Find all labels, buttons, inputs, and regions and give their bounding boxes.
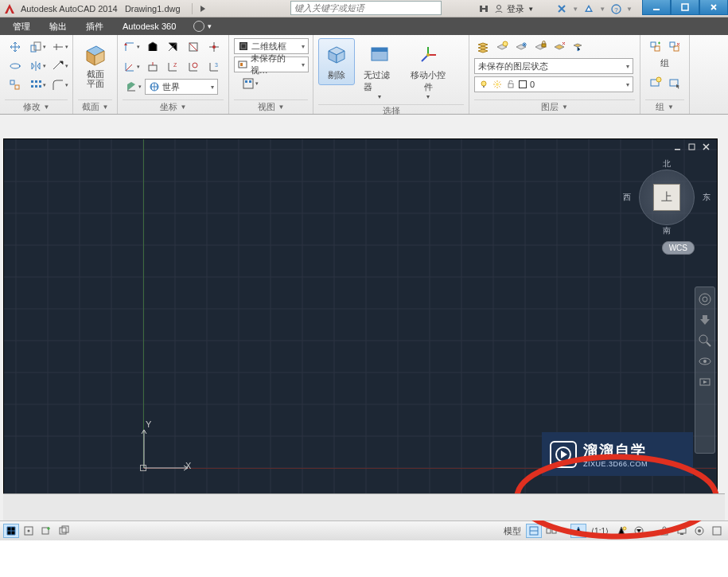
ucs-icon-10[interactable]: 3 — [204, 58, 224, 76]
binoculars-icon[interactable] — [478, 3, 489, 14]
tab-expand-icon[interactable]: ▾ — [208, 22, 212, 30]
layer-lock-icon[interactable] — [531, 38, 549, 56]
layer-state-combo[interactable]: 未保存的图层状态▾ — [474, 58, 633, 74]
viewport-window-controls — [672, 142, 712, 152]
align-3d-icon[interactable] — [5, 76, 25, 94]
svg-rect-38 — [508, 84, 513, 88]
minimize-button[interactable] — [642, 0, 671, 15]
ucs-icon-7[interactable] — [143, 58, 162, 76]
scale-3d-icon[interactable]: ▾ — [27, 38, 48, 56]
ribbon-tabs: 管理 输出 插件 Autodesk 360 ▾ — [0, 18, 728, 35]
viewport-maximize-icon[interactable] — [687, 142, 698, 152]
status-isolate-icon[interactable] — [691, 524, 707, 538]
ucs-icon-2[interactable] — [143, 38, 162, 56]
ucs-icon-9[interactable] — [184, 58, 203, 76]
viewport-close-icon[interactable] — [701, 142, 712, 152]
drawing-canvas[interactable]: Y X 上 北 南 东 西 WCS — [3, 138, 718, 501]
group-ungroup-icon[interactable] — [666, 38, 683, 56]
watermark: 溜溜自学 ZIXUE.3D66.COM — [542, 432, 693, 476]
ucs-icon-8[interactable]: Z — [164, 58, 183, 76]
status-ws-icon[interactable] — [631, 524, 647, 538]
nav-wheel-icon[interactable] — [698, 292, 712, 306]
model-tab[interactable]: 模型 — [500, 525, 524, 537]
login-button[interactable]: 登录 ▼ — [494, 3, 534, 15]
move-3d-icon[interactable] — [5, 38, 25, 56]
ucs-icon-3[interactable] — [164, 38, 183, 56]
status-annoscale-icon[interactable] — [570, 524, 586, 538]
tab-manage[interactable]: 管理 — [5, 18, 38, 35]
fillet-icon[interactable]: ▾ — [49, 76, 70, 94]
tab-plugin[interactable]: 插件 — [78, 18, 111, 35]
svg-point-20 — [193, 63, 197, 68]
ucs-icon-6[interactable]: ▾ — [123, 58, 142, 76]
svg-point-88 — [703, 297, 707, 302]
extend-icon[interactable]: ▾ — [49, 57, 70, 75]
status-clean-icon[interactable] — [709, 524, 725, 538]
status-scale-label[interactable]: ⟨1:1⟩ — [588, 527, 612, 536]
layer-off-icon[interactable] — [493, 38, 511, 56]
status-hardware-icon[interactable] — [674, 524, 690, 538]
group-create-icon[interactable] — [647, 38, 664, 56]
panel-modify: ▾ ▾ ▾ ▾ ▾ ▾ 修改▼ — [0, 35, 73, 114]
viewport-minimize-icon[interactable] — [672, 142, 683, 152]
view-manager-icon[interactable]: ▾ — [234, 75, 266, 92]
nofilter-button[interactable]: 无过滤器 ▾ — [361, 38, 398, 104]
mirror-3d-icon[interactable]: ▾ — [27, 57, 48, 75]
layer-props-icon[interactable] — [474, 38, 492, 56]
viewcube-north-label: 北 — [663, 158, 671, 170]
orbit-icon[interactable] — [698, 354, 712, 368]
title-bar: Autodesk AutoCAD 2014 Drawing1.dwg 登录 ▼ … — [0, 0, 728, 18]
rotate-3d-icon[interactable] — [5, 57, 25, 75]
zoom-icon[interactable] — [698, 333, 712, 348]
showmotion-icon[interactable] — [698, 375, 712, 389]
group-select-icon[interactable] — [666, 74, 683, 92]
view-cube[interactable]: 上 北 南 东 西 — [631, 162, 703, 233]
layer-iso-icon[interactable] — [551, 38, 568, 56]
culling-icon — [324, 42, 349, 68]
layer-match-icon[interactable] — [570, 38, 587, 56]
ucs-world-icon[interactable]: ▾ — [123, 78, 143, 96]
search-input[interactable] — [291, 2, 441, 14]
culling-button[interactable]: 剔除 — [318, 38, 355, 85]
array-3d-icon[interactable]: ▾ — [27, 76, 48, 94]
ucs-icon-1[interactable]: ▾ — [123, 38, 142, 56]
visual-style-combo[interactable]: 二维线框▾ — [234, 38, 309, 54]
tab-output[interactable]: 输出 — [41, 18, 75, 35]
ucs-icon-4[interactable] — [184, 38, 203, 56]
viewcube-top-face[interactable]: 上 — [653, 184, 680, 211]
exchange-x-icon[interactable] — [556, 3, 567, 14]
svg-point-5 — [10, 64, 20, 68]
trim-icon[interactable]: ▾ — [49, 38, 70, 56]
wcs-badge[interactable]: WCS — [662, 241, 695, 255]
play-icon[interactable] — [197, 3, 208, 14]
status-layout-add-icon[interactable] — [38, 524, 54, 538]
pan-icon[interactable] — [698, 313, 712, 327]
help-icon[interactable]: ? — [610, 3, 621, 14]
section-plane-button[interactable]: 截面 平面 — [78, 38, 112, 99]
status-quickview-icon[interactable] — [543, 524, 559, 538]
featured-apps-icon[interactable] — [193, 21, 204, 32]
maximize-button[interactable] — [671, 0, 699, 15]
app-title: Autodesk AutoCAD 2014 Drawing1.dwg — [21, 4, 181, 14]
exchange-app-icon[interactable] — [583, 3, 594, 14]
status-annovis-icon[interactable] — [613, 524, 629, 538]
status-snap-icon[interactable] — [21, 524, 37, 538]
saved-view-combo[interactable]: 未保存的视…▾ — [234, 57, 309, 72]
close-button[interactable] — [699, 0, 728, 15]
layer-freeze-icon[interactable] — [512, 38, 530, 56]
move-widget-button[interactable]: 移动小控件 ▾ — [404, 38, 452, 104]
command-line-area[interactable] — [3, 493, 725, 520]
status-modelspace-icon[interactable] — [526, 524, 542, 538]
navigation-bar[interactable] — [695, 287, 715, 454]
group-edit-icon[interactable] — [647, 74, 664, 92]
tab-a360[interactable]: Autodesk 360 — [115, 18, 184, 35]
search-box[interactable] — [290, 1, 442, 15]
current-layer-combo[interactable]: 0 ▾ — [474, 76, 633, 92]
axis-y — [143, 139, 144, 468]
app-icon[interactable] — [3, 2, 16, 15]
status-grid-icon[interactable] — [3, 524, 19, 538]
status-lock-ui-icon[interactable] — [656, 524, 672, 538]
world-combo[interactable]: 世界▾ — [145, 79, 218, 95]
ucs-icon-5[interactable] — [204, 38, 224, 56]
status-layout-other-icon[interactable] — [56, 524, 72, 538]
